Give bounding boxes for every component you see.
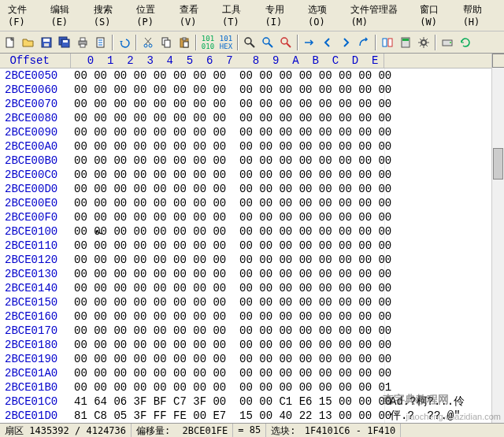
ascii-cell[interactable] — [384, 267, 504, 281]
cut-icon[interactable] — [139, 34, 157, 51]
offset-cell[interactable]: 2BCE00B0 — [0, 154, 71, 168]
offset-cell[interactable]: 2BCE00A0 — [0, 139, 71, 154]
ascii-cell[interactable] — [384, 295, 504, 309]
hex-cell[interactable]: 00 00 00 00 00 00 00 00 00 00 00 00 00 0… — [71, 154, 384, 168]
ascii-cell[interactable] — [384, 224, 504, 239]
refresh-icon[interactable] — [457, 34, 474, 51]
hex-cell[interactable]: 00 00 00 00 00 00 00 00 00 00 00 00 00 0… — [71, 366, 384, 380]
hex-cell[interactable]: 00 00 00 00 00 00 00 00 00 00 00 00 00 0… — [71, 352, 384, 366]
disk-icon[interactable] — [439, 34, 456, 51]
open-file-icon[interactable] — [20, 34, 37, 51]
menu-options[interactable]: 选项(O) — [303, 2, 346, 29]
offset-cell[interactable]: 2BCE0120 — [0, 253, 71, 267]
offset-cell[interactable]: 2BCE0190 — [0, 352, 71, 366]
hex-cell[interactable]: 00 00 00 00 00 00 00 00 00 00 00 00 00 0… — [71, 83, 384, 97]
offset-cell[interactable]: 2BCE0070 — [0, 97, 71, 111]
copy-icon[interactable] — [158, 34, 175, 51]
hex-cell[interactable]: 00 00 00 00 00 00 00 00 00 00 00 00 00 0… — [71, 239, 384, 253]
calculator-icon[interactable] — [397, 34, 414, 51]
offset-cell[interactable]: 2BCE0060 — [0, 83, 71, 97]
hex-cell[interactable]: 00 00 00 00 00 00 00 00 00 00 00 00 00 0… — [71, 295, 384, 309]
menu-filemanager[interactable]: 文件管理器(M) — [346, 2, 415, 29]
compare-icon[interactable] — [379, 34, 396, 51]
offset-cell[interactable]: 2BCE0180 — [0, 338, 71, 352]
save-all-icon[interactable] — [56, 34, 73, 51]
jump-back-icon[interactable] — [355, 34, 372, 51]
hex-cell[interactable]: 00 00 00 00 00 00 00 00 00 00 00 00 00 0… — [71, 380, 384, 394]
ascii-cell[interactable] — [384, 253, 504, 267]
hex-cell[interactable]: 00 00 00 00 00 00 00 00 00 00 00 00 00 0… — [71, 182, 384, 196]
hex-cell[interactable]: 00 00 00 00 00 00 00 00 00 00 00 00 00 0… — [71, 224, 384, 239]
forward-icon[interactable] — [337, 34, 354, 51]
ascii-cell[interactable] — [384, 309, 504, 324]
ascii-cell[interactable] — [384, 139, 504, 154]
find-hex-icon[interactable] — [259, 34, 276, 51]
hex-cell[interactable]: 00 00 00 00 00 00 00 00 00 00 00 00 00 0… — [71, 309, 384, 324]
offset-cell[interactable]: 2BCE0100 — [0, 224, 71, 239]
offset-cell[interactable]: 2BCE0090 — [0, 125, 71, 139]
hex-cell[interactable]: 00 00 00 00 00 00 00 00 00 00 00 00 00 0… — [71, 324, 384, 338]
offset-cell[interactable]: 2BCE00C0 — [0, 168, 71, 182]
offset-cell[interactable]: 2BCE01D0 — [0, 409, 71, 423]
find-text-icon[interactable] — [277, 34, 295, 51]
offset-cell[interactable]: 2BCE0140 — [0, 281, 71, 295]
ascii-cell[interactable] — [384, 210, 504, 224]
offset-cell[interactable]: 2BCE01C0 — [0, 394, 71, 409]
hex-icon[interactable]: 101HEX — [217, 34, 235, 51]
ascii-cell[interactable] — [384, 182, 504, 196]
ascii-cell[interactable] — [384, 338, 504, 352]
ascii-cell[interactable] — [384, 125, 504, 139]
offset-cell[interactable]: 2BCE01B0 — [0, 380, 71, 394]
hex-cell[interactable]: 00 00 00 00 00 00 00 00 00 00 00 00 00 0… — [71, 111, 384, 125]
menu-view[interactable]: 查看(V) — [175, 2, 217, 29]
ascii-cell[interactable] — [384, 97, 504, 111]
goto-icon[interactable] — [301, 34, 318, 51]
menu-position[interactable]: 位置(P) — [132, 2, 174, 29]
menu-special[interactable]: 专用(I) — [261, 2, 303, 29]
ascii-cell[interactable] — [384, 366, 504, 380]
back-icon[interactable] — [319, 34, 336, 51]
offset-cell[interactable]: 2BCE00E0 — [0, 196, 71, 210]
paste-icon[interactable] — [176, 34, 193, 51]
ascii-cell[interactable] — [384, 168, 504, 182]
new-file-icon[interactable] — [2, 34, 19, 51]
hex-cell[interactable]: 00 00 00 00 00 00 00 00 00 00 00 00 00 0… — [71, 139, 384, 154]
menu-file[interactable]: 文件(F) — [3, 2, 46, 29]
hex-cell[interactable]: 81 C8 05 3F FF FE 00 E7 15 00 40 22 13 0… — [71, 409, 384, 423]
scrollbar-thumb[interactable] — [493, 148, 503, 180]
gear-icon[interactable] — [415, 34, 432, 51]
menu-edit[interactable]: 编辑(E) — [46, 2, 88, 29]
hex-cell[interactable]: 00 00 00 00 00 00 00 00 00 00 00 00 00 0… — [71, 210, 384, 224]
offset-cell[interactable]: 2BCE0110 — [0, 239, 71, 253]
offset-cell[interactable]: 2BCE0080 — [0, 111, 71, 125]
ascii-cell[interactable] — [384, 324, 504, 338]
hex-cell[interactable]: 00 00 00 00 00 00 00 00 00 00 00 00 00 0… — [71, 267, 384, 281]
bit-icon[interactable]: 101010 — [199, 34, 217, 51]
menu-help[interactable]: 帮助(H) — [458, 2, 501, 29]
ascii-cell[interactable] — [384, 239, 504, 253]
menu-window[interactable]: 窗口(W) — [415, 2, 458, 29]
ascii-cell[interactable] — [384, 154, 504, 168]
ascii-cell[interactable] — [384, 281, 504, 295]
offset-cell[interactable]: 2BCE0160 — [0, 309, 71, 324]
offset-cell[interactable]: 2BCE0170 — [0, 324, 71, 338]
menu-tools[interactable]: 工具(T) — [217, 2, 260, 29]
hex-cell[interactable]: 00 00 00 00 00 00 00 00 00 00 00 00 00 0… — [71, 281, 384, 295]
undo-icon[interactable] — [116, 34, 133, 51]
ascii-cell[interactable] — [384, 83, 504, 97]
hex-cell[interactable]: 00 00 00 00 00 00 00 00 00 00 00 00 00 0… — [71, 97, 384, 111]
hex-cell[interactable]: 00 00 00 00 00 00 00 00 00 00 00 00 00 0… — [71, 253, 384, 267]
properties-icon[interactable] — [92, 34, 109, 51]
menu-search[interactable]: 搜索(S) — [89, 2, 132, 29]
hex-cell[interactable]: 00 00 00 00 00 00 00 00 00 00 00 00 00 0… — [71, 196, 384, 210]
hex-cell[interactable]: 00 00 00 00 00 00 00 00 00 00 00 00 00 0… — [71, 125, 384, 139]
find-icon[interactable] — [241, 34, 258, 51]
hex-cell[interactable]: 00 00 00 00 00 00 00 00 00 00 00 00 00 0… — [71, 168, 384, 182]
print-icon[interactable] — [74, 34, 91, 51]
save-file-icon[interactable] — [38, 34, 55, 51]
vertical-scrollbar[interactable] — [491, 54, 504, 437]
offset-cell[interactable]: 2BCE0050 — [0, 69, 71, 83]
offset-cell[interactable]: 2BCE0130 — [0, 267, 71, 281]
offset-cell[interactable]: 2BCE01A0 — [0, 366, 71, 380]
hex-cell[interactable]: 41 64 06 3F BF C7 3F 00 00 00 C1 E6 15 0… — [71, 394, 384, 409]
